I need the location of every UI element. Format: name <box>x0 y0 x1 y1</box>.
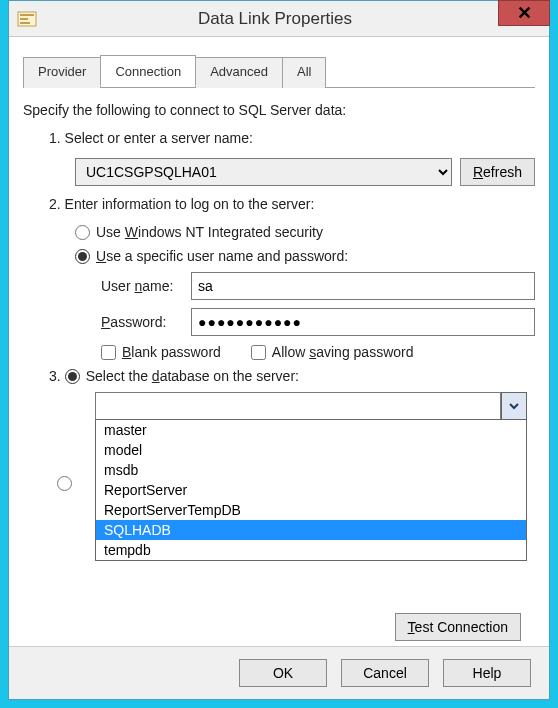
app-icon <box>13 5 41 33</box>
radio-attach-db-visible <box>57 476 78 494</box>
close-icon: ✕ <box>517 2 532 24</box>
test-connection-button[interactable]: Test Connection <box>395 613 521 641</box>
blank-password-checkbox[interactable] <box>101 345 116 360</box>
button-row: OK Cancel Help <box>9 646 549 699</box>
tab-advanced[interactable]: Advanced <box>195 57 283 88</box>
user-auth-row: Use a specific user name and password: <box>75 248 535 264</box>
db-option[interactable]: msdb <box>96 460 526 480</box>
svg-rect-2 <box>20 18 28 20</box>
cancel-button[interactable]: Cancel <box>341 659 429 687</box>
nt-auth-row: Use Windows NT Integrated security <box>75 224 535 240</box>
tab-provider[interactable]: Provider <box>23 57 101 88</box>
db-option[interactable]: ReportServerTempDB <box>96 500 526 520</box>
tab-connection[interactable]: Connection <box>100 55 196 86</box>
step3-row: 3. Select the database on the server: <box>49 368 535 384</box>
dialog-title: Data Link Properties <box>41 9 509 29</box>
chevron-down-icon <box>508 400 520 412</box>
radio-user-auth[interactable] <box>75 249 90 264</box>
password-input[interactable] <box>191 308 535 336</box>
database-input[interactable] <box>95 392 501 420</box>
refresh-button[interactable]: Refresh <box>460 158 535 186</box>
server-row: UC1CSGPSQLHA01 Refresh <box>75 158 535 186</box>
test-row: Test Connection <box>23 613 535 641</box>
step2-label: 2. Enter information to log on to the se… <box>49 196 535 212</box>
ok-button[interactable]: OK <box>239 659 327 687</box>
titlebar: Data Link Properties ✕ <box>9 1 549 37</box>
save-password-label: Allow saving password <box>272 344 414 360</box>
svg-rect-1 <box>20 14 34 16</box>
db-option[interactable]: model <box>96 440 526 460</box>
db-option[interactable]: SQLHADB <box>96 520 526 540</box>
pw-checks-row: Blank password Allow saving password <box>101 344 535 360</box>
username-input[interactable] <box>191 272 535 300</box>
username-label: User name: <box>101 278 191 294</box>
help-button[interactable]: Help <box>443 659 531 687</box>
radio-attach-db-file[interactable] <box>57 476 72 491</box>
database-dropdown-list[interactable]: mastermodelmsdbReportServerReportServerT… <box>95 419 527 561</box>
blank-password-label: Blank password <box>122 344 221 360</box>
close-button[interactable]: ✕ <box>498 0 550 26</box>
radio-select-db[interactable] <box>65 369 80 384</box>
tab-all[interactable]: All <box>282 57 326 88</box>
radio-user-label: Use a specific user name and password: <box>96 248 348 264</box>
tabstrip: Provider Connection Advanced All <box>23 57 535 88</box>
content-area: Provider Connection Advanced All Specify… <box>9 37 549 651</box>
select-db-label: Select the database on the server: <box>86 368 299 384</box>
save-password-checkbox[interactable] <box>251 345 266 360</box>
db-option[interactable]: tempdb <box>96 540 526 560</box>
dialog-window: Data Link Properties ✕ Provider Connecti… <box>8 0 550 700</box>
db-option[interactable]: master <box>96 420 526 440</box>
server-combo[interactable]: UC1CSGPSQLHA01 <box>75 158 452 186</box>
radio-nt-auth[interactable] <box>75 225 90 240</box>
database-combo[interactable] <box>95 392 527 420</box>
radio-nt-label: Use Windows NT Integrated security <box>96 224 323 240</box>
db-option[interactable]: ReportServer <box>96 480 526 500</box>
password-label: Password: <box>101 314 191 330</box>
step1-label: 1. Select or enter a server name: <box>49 130 535 146</box>
password-row: Password: <box>101 308 535 336</box>
svg-rect-3 <box>20 22 30 24</box>
username-row: User name: <box>101 272 535 300</box>
intro-text: Specify the following to connect to SQL … <box>23 102 535 118</box>
dropdown-arrow[interactable] <box>501 392 527 420</box>
db-dropdown-section: mastermodelmsdbReportServerReportServerT… <box>95 392 535 420</box>
step3-num: 3. <box>49 368 61 384</box>
